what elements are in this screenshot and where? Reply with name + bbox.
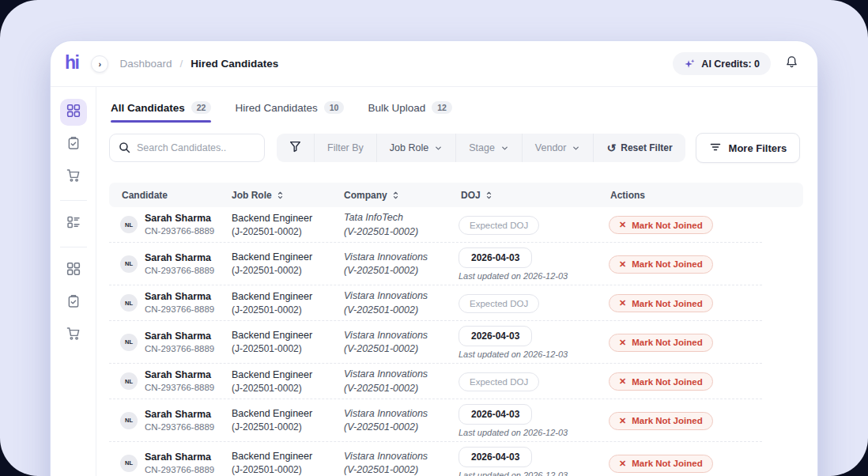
job-role: Backend Engineer <box>232 251 344 264</box>
x-icon: ✕ <box>619 298 626 308</box>
company-cell: Vistara Innovations(V-202501-0002) <box>344 407 459 435</box>
tab-label: Bulk Upload <box>368 102 425 114</box>
job-role-id: (J-202501-0002) <box>232 382 344 395</box>
notifications-button[interactable] <box>785 55 798 72</box>
sort-icon[interactable] <box>391 191 400 200</box>
actions-cell: ✕Mark Not Joined <box>585 294 803 312</box>
actions-cell: ✕Mark Not Joined <box>585 412 803 430</box>
candidate-id: CN-293766-8889 <box>145 464 214 476</box>
column-header-candidate: Candidate <box>109 190 232 201</box>
clipboard-check-icon <box>66 136 81 153</box>
sidebar-toggle-button[interactable]: › <box>91 55 108 73</box>
doj-cell: Expected DOJ <box>459 372 585 391</box>
ai-credits-button[interactable]: AI Credits: 0 <box>673 52 771 75</box>
mark-not-joined-button[interactable]: ✕Mark Not Joined <box>609 455 713 473</box>
filter-dropdown-stage[interactable]: Stage <box>456 134 523 162</box>
job-role-id: (J-202501-0002) <box>232 463 344 476</box>
avatar: NL <box>120 216 138 233</box>
column-header-actions: Actions <box>585 190 803 201</box>
chevron-down-icon <box>500 144 509 153</box>
sidebar-item-orders[interactable] <box>60 164 87 191</box>
doj-cell: 2026-04-03Last updated on 2026-12-03 <box>459 247 585 281</box>
doj-cell: Expected DOJ <box>459 294 585 313</box>
sidebar-item-lists[interactable] <box>60 210 87 237</box>
doj-cell: 2026-04-03Last updated on 2026-12-03 <box>459 404 585 437</box>
tab-bar: All Candidates22Hired Candidates10Bulk U… <box>109 101 803 123</box>
job-role-cell: Backend Engineer(J-202501-0002) <box>232 450 344 476</box>
tab-all-candidates[interactable]: All Candidates22 <box>111 101 211 123</box>
tab-label: All Candidates <box>111 102 185 114</box>
funnel-filter-button[interactable] <box>277 134 315 162</box>
mark-not-joined-button[interactable]: ✕Mark Not Joined <box>609 216 713 234</box>
company-id: (V-202501-0002) <box>344 304 459 318</box>
job-role-cell: Backend Engineer(J-202501-0002) <box>232 290 344 316</box>
breadcrumb-separator: / <box>180 58 183 70</box>
company-cell: Vistara Innovations(V-202501-0002) <box>344 289 459 317</box>
filter-by-label: Filter By <box>315 134 377 162</box>
candidate-cell: NLSarah SharmaCN-293766-8889 <box>109 212 232 237</box>
table-row: NLSarah SharmaCN-293766-8889Backend Engi… <box>109 364 803 399</box>
filter-dropdown-job-role[interactable]: Job Role <box>377 134 456 162</box>
search-box <box>109 134 265 162</box>
breadcrumb-dashboard[interactable]: Dashboard <box>119 58 172 70</box>
sparkle-icon <box>684 58 696 70</box>
candidate-name: Sarah Sharma <box>145 408 214 421</box>
sidebar-item-reports[interactable] <box>60 289 87 316</box>
candidate-cell: NLSarah SharmaCN-293766-8889 <box>109 451 232 476</box>
candidate-cell: NLSarah SharmaCN-293766-8889 <box>109 251 232 277</box>
company-id: (V-202501-0002) <box>344 225 459 240</box>
avatar: NL <box>120 294 138 312</box>
filter-lines-icon <box>709 141 722 156</box>
column-header-company[interactable]: Company <box>344 190 459 201</box>
doj-date-chip: 2026-04-03 <box>459 447 532 467</box>
doj-expected-chip: Expected DOJ <box>459 294 539 313</box>
doj-date-chip: 2026-04-03 <box>459 326 532 346</box>
mark-not-joined-button[interactable]: ✕Mark Not Joined <box>609 294 713 312</box>
column-header-doj[interactable]: DOJ <box>459 190 585 201</box>
list-details-icon <box>66 215 81 232</box>
sidebar-item-purchases[interactable] <box>60 322 87 349</box>
more-filters-button[interactable]: More Filters <box>696 133 801 163</box>
job-role-id: (J-202501-0002) <box>232 225 344 238</box>
x-icon: ✕ <box>619 338 626 348</box>
mark-not-joined-button[interactable]: ✕Mark Not Joined <box>609 412 713 430</box>
sort-icon[interactable] <box>485 191 493 200</box>
candidate-cell: NLSarah SharmaCN-293766-8889 <box>109 368 232 394</box>
doj-last-updated: Last updated on 2026-12-03 <box>459 428 585 437</box>
main-content: All Candidates22Hired Candidates10Bulk U… <box>96 87 817 476</box>
mark-not-joined-button[interactable]: ✕Mark Not Joined <box>609 255 713 274</box>
company-cell: Vistara Innovations(V-202501-0002) <box>344 368 459 395</box>
company-name: Vistara Innovations <box>344 407 459 421</box>
job-role: Backend Engineer <box>232 407 344 421</box>
tab-hired-candidates[interactable]: Hired Candidates10 <box>235 101 344 123</box>
candidate-id: CN-293766-8889 <box>145 304 214 316</box>
company-name: Vistara Innovations <box>344 251 459 265</box>
company-id: (V-202501-0002) <box>344 421 459 435</box>
sidebar <box>51 87 96 476</box>
column-header-job-role[interactable]: Job Role <box>232 190 344 201</box>
sidebar-item-apps[interactable] <box>60 257 87 284</box>
candidate-cell: NLSarah SharmaCN-293766-8889 <box>109 408 232 433</box>
job-role-id: (J-202501-0002) <box>232 264 344 277</box>
grid-icon <box>66 104 81 121</box>
candidates-table: CandidateJob RoleCompanyDOJActions NLSar… <box>109 183 803 476</box>
mark-not-joined-button[interactable]: ✕Mark Not Joined <box>609 334 713 352</box>
actions-cell: ✕Mark Not Joined <box>585 334 803 352</box>
sort-icon[interactable] <box>276 191 285 200</box>
company-name: Vistara Innovations <box>344 329 459 343</box>
avatar: NL <box>120 412 138 429</box>
reset-icon: ↺ <box>606 142 616 153</box>
cart-icon <box>66 327 81 344</box>
filter-dropdown-vendor[interactable]: Vendor <box>523 134 594 162</box>
mark-not-joined-button[interactable]: ✕Mark Not Joined <box>609 372 713 391</box>
sidebar-item-tasks[interactable] <box>60 131 87 158</box>
filter-bar: Filter By Job RoleStageVendor ↺ Reset Fi… <box>109 133 803 163</box>
chevron-right-icon: › <box>99 59 102 69</box>
avatar: NL <box>120 255 138 273</box>
sidebar-item-dashboard[interactable] <box>60 99 87 126</box>
tab-bulk-upload[interactable]: Bulk Upload12 <box>368 101 451 123</box>
job-role-id: (J-202501-0002) <box>232 342 344 355</box>
search-input[interactable] <box>109 134 265 162</box>
reset-filter-button[interactable]: ↺ Reset Filter <box>594 134 685 162</box>
tab-label: Hired Candidates <box>235 102 317 114</box>
